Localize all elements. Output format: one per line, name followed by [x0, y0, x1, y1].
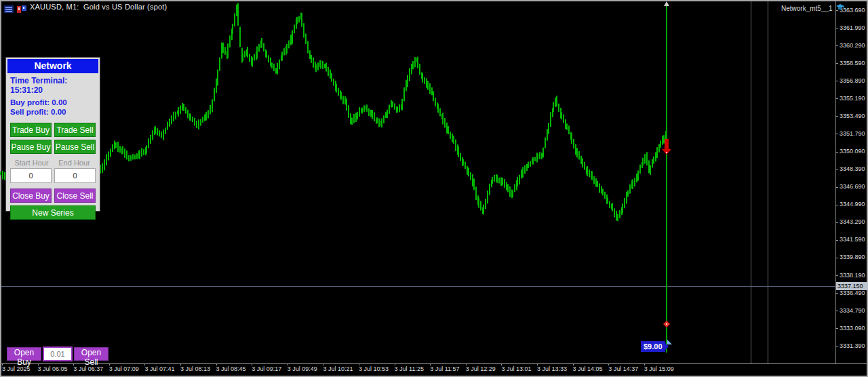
time-tick-label: 3 Jul 11:57 — [430, 365, 459, 372]
time-tick-label: 3 Jul 07:41 — [144, 365, 174, 372]
network-panel: Network Time Terminal: 15:31:20 Buy prof… — [5, 57, 100, 212]
tag-pointer-icon — [667, 340, 672, 344]
chart-titlebar: XAUUSD, M1: Gold vs US Dollar (spot) — [4, 3, 167, 11]
price-tick-label: 3356.890 — [840, 77, 865, 84]
end-hour-input[interactable] — [54, 168, 96, 183]
price-tick-label: 3353.490 — [840, 113, 865, 119]
open-sell-button[interactable]: Open Sell — [74, 347, 108, 361]
order-controls: Open Buy Open Sell — [7, 346, 108, 361]
price-tick-label: 3358.590 — [840, 60, 865, 66]
start-hour-label: Start Hour — [10, 159, 53, 167]
price-tick-label: 3336.490 — [840, 290, 865, 296]
indicator-name: Network_mt5__1 — [781, 5, 833, 12]
trade-buy-button[interactable]: Trade Buy — [10, 123, 52, 137]
time-tick-label: 3 Jul 14:37 — [608, 365, 638, 372]
time-tick-label: 3 Jul 08:13 — [180, 365, 210, 372]
indicator-hat-icon — [835, 2, 845, 14]
mt5-chart-window: XAUUSD, M1: Gold vs US Dollar (spot) Net… — [0, 0, 868, 377]
time-tick-label: 3 Jul 09:17 — [252, 365, 281, 372]
time-tick-label: 3 Jul 14:05 — [573, 365, 603, 372]
time-tick-label: 3 Jul 11:25 — [395, 365, 424, 372]
time-tick-label: 3 Jul 13:33 — [537, 365, 567, 372]
price-tick-label: 3348.390 — [840, 165, 865, 172]
price-tick-label: 3338.190 — [840, 272, 865, 279]
price-axis[interactable]: 3363.6903361.9903360.2903358.5903356.890… — [835, 0, 868, 363]
time-axis[interactable]: 3 Jul 20253 Jul 06:053 Jul 06:373 Jul 07… — [0, 364, 868, 376]
time-tick-label: 3 Jul 06:05 — [38, 365, 68, 372]
chart-list-icon[interactable] — [4, 3, 14, 11]
chart-type-icon[interactable] — [17, 3, 26, 11]
trade-profit-tag: $9.00 — [641, 341, 665, 352]
indicator-label-group: Network_mt5__1 — [781, 2, 845, 14]
price-tick-label: 3331.390 — [840, 342, 865, 349]
price-tick-label: 3339.890 — [840, 254, 865, 260]
time-tick-label: 3 Jul 13:01 — [501, 365, 531, 372]
lot-size-input[interactable] — [43, 346, 73, 361]
sell-profit-label: Sell profit: 0.00 — [10, 107, 96, 117]
time-tick-label: 3 Jul 12:29 — [466, 365, 496, 372]
price-tick-label: 3361.990 — [840, 24, 865, 31]
time-tick-label: 3 Jul 10:53 — [359, 365, 389, 372]
open-buy-button[interactable]: Open Buy — [7, 347, 41, 361]
chart-canvas[interactable] — [0, 0, 868, 377]
trade-sell-button[interactable]: Trade Sell — [54, 123, 96, 137]
price-tick-label: 3346.690 — [840, 183, 865, 190]
end-hour-label: End Hour — [53, 159, 96, 167]
pause-sell-button[interactable]: Pause Sell — [54, 140, 96, 154]
time-tick-label: 3 Jul 15:09 — [644, 365, 674, 372]
time-tick-label: 3 Jul 07:09 — [109, 365, 139, 372]
price-tick-label: 3360.290 — [840, 42, 865, 49]
start-hour-input[interactable] — [10, 168, 52, 183]
time-terminal-label: Time Terminal: 15:31:20 — [10, 76, 96, 95]
buy-profit-label: Buy profit: 0.00 — [10, 98, 96, 107]
chart-title: XAUUSD, M1: Gold vs US Dollar (spot) — [30, 3, 167, 11]
price-tick-label: 3350.090 — [840, 148, 865, 155]
pause-buy-button[interactable]: Pause Buy — [10, 140, 52, 154]
price-tick-label: 3351.790 — [840, 130, 865, 137]
price-tick-label: 3343.290 — [840, 218, 865, 225]
new-series-button[interactable]: New Series — [10, 205, 96, 220]
price-tick-label: 3341.590 — [840, 236, 865, 243]
price-tick-label: 3344.990 — [840, 201, 865, 207]
panel-title[interactable]: Network — [7, 59, 98, 73]
current-price-tag: 3337.150 — [836, 282, 868, 290]
price-tick-label: 3334.790 — [840, 307, 865, 314]
time-tick-label: 3 Jul 10:21 — [323, 365, 353, 372]
time-tick-label: 3 Jul 08:45 — [216, 365, 246, 372]
price-tick-label: 3355.190 — [840, 95, 865, 102]
price-tick-label: 3333.090 — [840, 325, 865, 332]
time-tick-label: 3 Jul 09:49 — [288, 365, 317, 372]
close-buy-button[interactable]: Close Buy — [10, 188, 52, 203]
close-sell-button[interactable]: Close Sell — [54, 188, 96, 203]
